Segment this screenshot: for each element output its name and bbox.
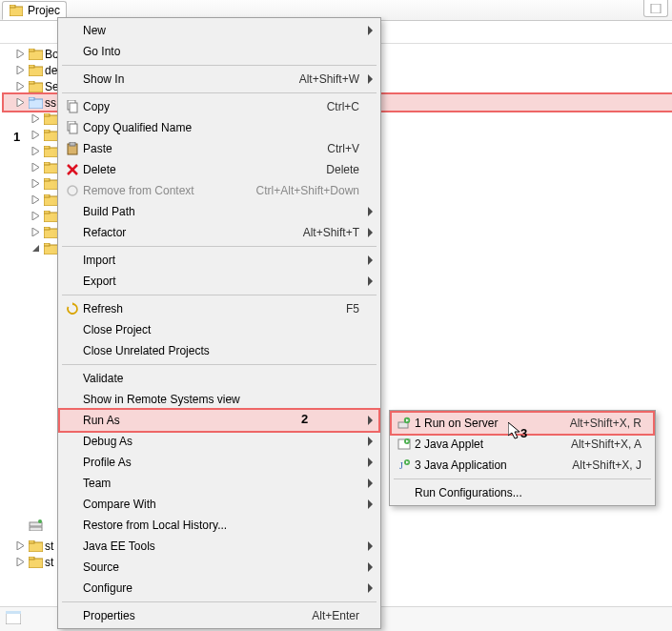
tab-label: Projec	[28, 4, 60, 17]
menu-label: Paste	[83, 142, 304, 155]
svg-rect-31	[44, 194, 50, 197]
tree-label: st	[45, 539, 53, 553]
menu-label: Remove from Context	[83, 184, 234, 197]
menu-item-show-in-remote-systems-view[interactable]: Show in Remote Systems view	[60, 389, 378, 410]
menu-item-properties[interactable]: PropertiesAlt+Enter	[60, 605, 378, 626]
menu-label: Restore from Local History...	[83, 519, 359, 532]
menu-item-copy[interactable]: CopyCtrl+C	[60, 96, 378, 117]
submenu-item-3-java-application[interactable]: J3 Java ApplicationAlt+Shift+X, J	[392, 455, 653, 476]
menu-item-profile-as[interactable]: Profile As	[60, 452, 378, 473]
menu-item-close-project[interactable]: Close Project	[60, 319, 378, 340]
svg-rect-34	[44, 211, 50, 214]
svg-text:J: J	[399, 460, 403, 471]
submenu-item-run-configurations[interactable]: Run Configurations...	[392, 482, 653, 503]
menu-label: Run As	[83, 414, 359, 427]
svg-rect-50	[29, 540, 34, 543]
context-menu[interactable]: NewGo IntoShow InAlt+Shift+WCopyCtrl+CCo…	[57, 17, 381, 629]
twisty-icon[interactable]	[31, 130, 41, 140]
tree-row[interactable]	[4, 517, 43, 533]
menu-label: Refresh	[83, 302, 323, 316]
svg-marker-32	[32, 212, 39, 220]
menu-item-validate[interactable]: Validate	[60, 368, 378, 389]
svg-rect-4	[29, 49, 34, 51]
svg-marker-26	[32, 179, 39, 188]
menu-item-import[interactable]: Import	[60, 250, 378, 271]
twisty-icon[interactable]	[31, 178, 41, 189]
folder-icon	[43, 112, 58, 127]
folder-icon	[43, 176, 58, 192]
menu-label: Configure	[83, 581, 359, 595]
submenu-label: 2 Java Applet	[415, 438, 556, 451]
menu-label: Compare With	[83, 498, 359, 511]
project-icon	[28, 95, 43, 111]
menu-item-build-path[interactable]: Build Path	[60, 201, 378, 222]
menu-item-configure[interactable]: Configure	[60, 578, 378, 599]
menu-item-java-ee-tools[interactable]: Java EE Tools	[60, 536, 378, 557]
svg-rect-22	[44, 146, 50, 149]
menu-separator	[62, 92, 377, 93]
menu-item-run-as[interactable]: Run As	[60, 410, 378, 431]
menu-item-show-in[interactable]: Show InAlt+Shift+W	[60, 69, 378, 90]
menu-accelerator: Ctrl+V	[304, 142, 359, 155]
run-as-submenu[interactable]: 1 Run on ServerAlt+Shift+X, R2 Java Appl…	[389, 410, 656, 506]
twisty-icon[interactable]	[31, 194, 41, 205]
twisty-icon[interactable]	[46, 275, 56, 286]
twisty-icon[interactable]	[31, 211, 41, 221]
menu-item-team[interactable]: Team	[60, 473, 378, 494]
project-tree-footer[interactable]: stst	[4, 538, 53, 570]
menu-item-export[interactable]: Export	[60, 271, 378, 292]
menu-item-refactor[interactable]: RefactorAlt+Shift+T	[60, 222, 378, 243]
submenu-item-1-run-on-server[interactable]: 1 Run on ServerAlt+Shift+X, R	[392, 413, 653, 434]
menu-item-compare-with[interactable]: Compare With	[60, 494, 378, 515]
menu-label: Close Project	[83, 323, 359, 336]
menu-item-new[interactable]: New	[60, 20, 378, 41]
menu-item-restore-from-local-history[interactable]: Restore from Local History...	[60, 515, 378, 536]
menu-item-go-into[interactable]: Go Into	[60, 41, 378, 62]
delete-icon	[62, 163, 83, 176]
twisty-icon[interactable]	[31, 243, 41, 254]
svg-rect-53	[29, 557, 34, 560]
twisty-icon[interactable]	[15, 540, 26, 551]
tree-row[interactable]: st	[4, 538, 53, 554]
folder-icon	[43, 193, 58, 208]
submenu-label: 1 Run on Server	[415, 417, 555, 430]
menu-item-paste[interactable]: PasteCtrl+V	[60, 138, 378, 159]
twisty-icon[interactable]	[15, 65, 26, 75]
svg-rect-37	[44, 227, 50, 230]
menu-label: Copy Qualified Name	[83, 121, 359, 134]
twisty-icon[interactable]	[15, 519, 26, 530]
folder-icon	[28, 63, 43, 78]
twisty-icon[interactable]	[15, 557, 26, 567]
menu-item-delete[interactable]: DeleteDelete	[60, 159, 378, 180]
menu-item-debug-as[interactable]: Debug As	[60, 431, 378, 452]
svg-rect-46	[30, 527, 42, 531]
twisty-icon[interactable]	[31, 162, 41, 173]
tree-row[interactable]: st	[4, 554, 53, 570]
submenu-arrow-icon	[368, 499, 373, 509]
twisty-icon[interactable]	[15, 49, 26, 59]
twisty-icon[interactable]	[31, 227, 41, 237]
submenu-arrow-icon	[368, 228, 373, 237]
refresh-icon	[62, 302, 83, 316]
menu-item-copy-qualified-name[interactable]: Copy Qualified Name	[60, 117, 378, 138]
twisty-icon[interactable]	[15, 81, 26, 92]
twisty-icon[interactable]	[31, 146, 41, 156]
twisty-icon[interactable]	[46, 259, 56, 270]
svg-marker-51	[17, 558, 24, 566]
menu-label: Properties	[83, 609, 289, 622]
menu-accelerator: Alt+Shift+T	[280, 226, 359, 239]
console-icon[interactable]	[6, 611, 21, 627]
menu-item-refresh[interactable]: RefreshF5	[60, 298, 378, 319]
folder-icon	[43, 128, 58, 143]
menu-item-source[interactable]: Source	[60, 557, 378, 578]
submenu-item-2-java-applet[interactable]: 2 Java AppletAlt+Shift+X, A	[392, 434, 653, 455]
menu-item-close-unrelated-projects[interactable]: Close Unrelated Projects	[60, 340, 378, 361]
twisty-icon[interactable]	[31, 113, 41, 124]
svg-marker-23	[32, 163, 39, 172]
folder-icon	[43, 160, 58, 175]
menu-label: Close Unrelated Projects	[83, 344, 359, 357]
menu-label: Show In	[83, 72, 276, 86]
svg-marker-2	[17, 50, 24, 58]
twisty-icon[interactable]	[15, 97, 26, 108]
svg-rect-13	[29, 97, 34, 100]
